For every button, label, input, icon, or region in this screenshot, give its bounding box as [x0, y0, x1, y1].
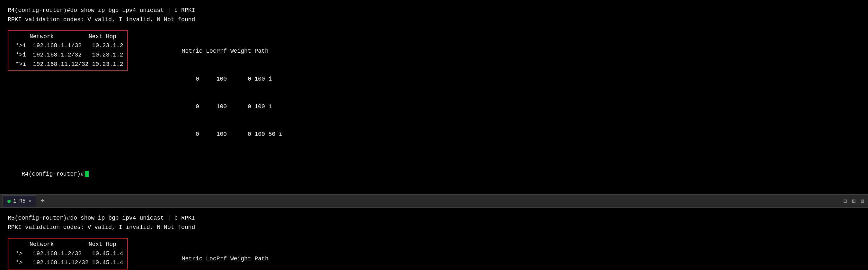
- tab-strip-right-controls: ⊟ ⊞ ⊠: [843, 197, 864, 204]
- bottom-prompt-line-1: R5(config-router)#do show ip bgp ipv4 un…: [8, 213, 860, 223]
- tab-add-button[interactable]: +: [38, 197, 47, 205]
- bottom-table-row-1: *> 192.168.1.2/32 10.45.1.4: [8, 249, 127, 259]
- top-table-row-2: *>i 192.168.1.2/32 10.23.1.2: [8, 50, 127, 60]
- minimize-icon[interactable]: ⊟: [843, 197, 847, 204]
- bottom-table-box: Network Next Hop *> 192.168.1.2/32 10.45…: [8, 238, 128, 269]
- top-table-row-3: *>i 192.168.11.12/32 10.23.1.2: [8, 60, 127, 69]
- tab-label: 1 R5: [13, 198, 25, 204]
- tab-dot-icon: [7, 200, 10, 203]
- bottom-bgp-table-area: Network Next Hop *> 192.168.1.2/32 10.45…: [8, 235, 860, 270]
- bottom-table-row-2: *> 192.168.11.12/32 10.45.1.4: [8, 258, 127, 267]
- top-prompt-line-1: R4(config-router)#do show ip bgp ipv4 un…: [8, 6, 860, 15]
- bottom-bgp-right: Metric LocPrf Weight Path 0 100 0 (65100…: [147, 235, 310, 270]
- top-terminal-pane: R4(config-router)#do show ip bgp ipv4 un…: [0, 0, 868, 194]
- bottom-terminal-pane: R5(config-router)#do show ip bgp ipv4 un…: [0, 208, 868, 270]
- bottom-info-line-1: RPKI validation codes: V valid, I invali…: [8, 223, 860, 232]
- top-right-header: Metric LocPrf Weight Path: [147, 46, 282, 56]
- close-window-icon[interactable]: ⊠: [861, 197, 864, 204]
- tab-close-icon[interactable]: ×: [29, 199, 31, 204]
- top-table-row-1: *>i 192.168.1.1/32 10.23.1.2: [8, 41, 127, 50]
- top-right-row-2: 0 100 0 100 i: [147, 102, 282, 111]
- top-right-row-1: 0 100 0 100 i: [147, 74, 282, 84]
- top-prompt-text: R4(config-router)#: [22, 171, 84, 177]
- top-table-box: Network Next Hop *>i 192.168.1.1/32 10.2…: [8, 30, 128, 71]
- top-bgp-right: Metric LocPrf Weight Path 0 100 0 100 i …: [147, 27, 282, 158]
- tab-r5[interactable]: 1 R5 ×: [3, 195, 36, 207]
- bottom-right-header: Metric LocPrf Weight Path: [147, 254, 310, 264]
- top-table-header: Network Next Hop: [8, 32, 127, 41]
- bottom-table-header: Network Next Hop: [8, 240, 127, 249]
- top-bgp-table-area: Network Next Hop *>i 192.168.1.1/32 10.2…: [8, 27, 860, 158]
- maximize-icon[interactable]: ⊞: [852, 197, 856, 204]
- top-info-line-1: RPKI validation codes: V valid, I invali…: [8, 15, 860, 24]
- tab-bar: 1 R5 × + ⊟ ⊞ ⊠: [0, 194, 868, 208]
- top-prompt-line-2: R4(config-router)#: [8, 160, 860, 188]
- cursor-block: [85, 171, 89, 177]
- top-right-row-3: 0 100 0 100 50 i: [147, 130, 282, 139]
